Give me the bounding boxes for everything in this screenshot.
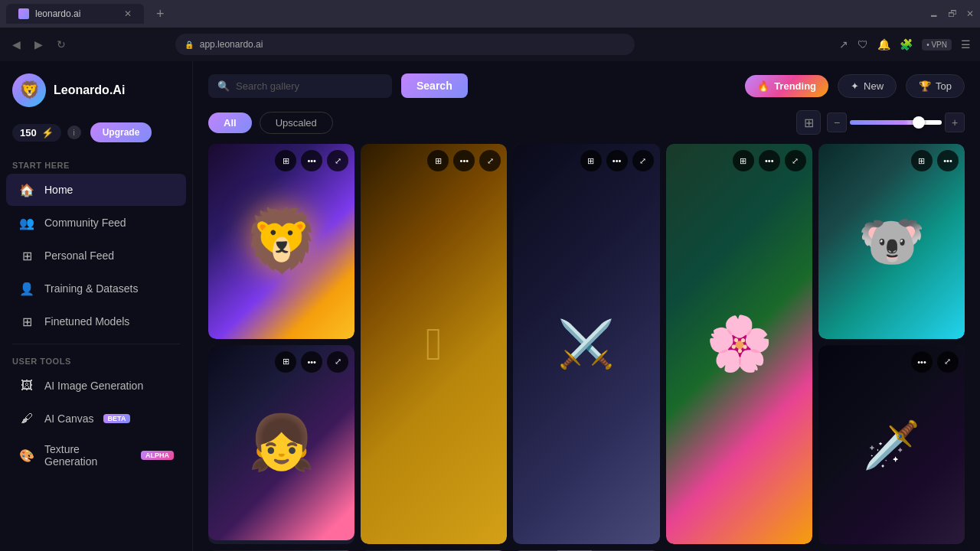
expand-btn-dark[interactable]: ⤢: [937, 351, 959, 373]
expand-btn-anime[interactable]: ⤢: [327, 351, 348, 373]
start-here-label: Start Here: [0, 155, 192, 173]
tab-title: leonardo.ai: [35, 8, 80, 19]
minimize-btn[interactable]: 🗕: [929, 8, 939, 19]
gallery-item-koala[interactable]: ⊞ •••: [818, 144, 965, 339]
more-btn-flowers[interactable]: •••: [759, 150, 780, 171]
view-grid-btn[interactable]: ⊞: [796, 110, 821, 135]
gallery-item-anime-girl[interactable]: ⊞ ••• ⤢: [208, 345, 354, 544]
credits-info-btn[interactable]: i: [67, 126, 81, 139]
expand-btn-warrior[interactable]: ⤢: [632, 150, 654, 171]
address-bar[interactable]: 🔒 app.leonardo.ai: [175, 34, 635, 55]
gallery-actions-flowers: ⊞ ••• ⤢: [733, 150, 806, 171]
sidebar-item-texture[interactable]: 🎨 Texture Generation ALPHA: [6, 435, 186, 475]
back-btn[interactable]: ◀: [9, 35, 24, 54]
gallery-actions-koala: ⊞ •••: [911, 150, 959, 171]
expand-btn-flowers[interactable]: ⤢: [785, 150, 806, 171]
window-controls: 🗕 🗗 ✕: [929, 8, 974, 19]
refresh-btn[interactable]: ↻: [54, 35, 69, 54]
search-bar[interactable]: 🔍 Search gallery: [208, 74, 392, 98]
logo-avatar: [12, 73, 46, 107]
remix-btn-egypt[interactable]: ⊞: [427, 150, 449, 171]
maximize-btn[interactable]: 🗗: [948, 8, 957, 19]
top-label: Top: [936, 80, 952, 92]
texture-icon: 🎨: [18, 447, 35, 464]
more-btn-anime[interactable]: •••: [301, 351, 322, 373]
more-btn-dark[interactable]: •••: [911, 351, 933, 373]
browser-chrome: leonardo.ai ✕ + 🗕 🗗 ✕ ◀ ▶ ↻ 🔒 app.leonar…: [0, 0, 980, 61]
texture-label: Texture Generation: [44, 443, 132, 468]
main-content: 🔍 Search gallery Search 🔥 Trending ✦ New…: [193, 61, 980, 551]
zoom-plus-btn[interactable]: +: [945, 112, 965, 132]
sidebar-item-ai-canvas[interactable]: 🖌 AI Canvas BETA: [6, 403, 186, 435]
gallery-item-flowers[interactable]: ⊞ ••• ⤢: [666, 144, 812, 544]
browser-right-controls: ↗ 🛡 🔔 🧩 • VPN ☰: [839, 38, 971, 51]
sidebar-item-training[interactable]: 👤 Training & Datasets: [6, 272, 186, 305]
ai-image-label: AI Image Generation: [44, 380, 143, 392]
trending-btn[interactable]: 🔥 Trending: [745, 75, 828, 97]
gallery-item-dark-warrior[interactable]: ••• ⤢: [818, 345, 965, 544]
close-btn[interactable]: ✕: [966, 8, 974, 19]
remix-btn-flowers[interactable]: ⊞: [733, 150, 754, 171]
remix-btn[interactable]: ⊞: [275, 150, 296, 171]
expand-btn[interactable]: ⤢: [327, 150, 348, 171]
gallery-image-koala: ⊞ •••: [818, 144, 965, 339]
sidebar-credits: 150 ⚡ i Upgrade: [0, 122, 192, 155]
trending-icon: 🔥: [757, 80, 769, 92]
zoom-thumb: [913, 116, 925, 129]
more-btn-egypt[interactable]: •••: [453, 150, 475, 171]
browser-titlebar: leonardo.ai ✕ + 🗕 🗗 ✕: [0, 0, 980, 28]
gallery-item-lion[interactable]: ⊞ ••• ⤢: [208, 144, 354, 339]
sidebar-item-ai-image[interactable]: 🖼 AI Image Generation: [6, 370, 186, 402]
search-btn[interactable]: Search: [401, 73, 468, 98]
browser-tab[interactable]: leonardo.ai ✕: [6, 4, 144, 24]
all-filter-btn[interactable]: All: [208, 112, 252, 133]
expand-btn-egypt[interactable]: ⤢: [479, 150, 501, 171]
logo-text: Leonardo.Ai: [54, 83, 125, 97]
app-container: Leonardo.Ai 150 ⚡ i Upgrade Start Here 🏠…: [0, 61, 980, 551]
new-tab-btn[interactable]: +: [150, 6, 171, 22]
remix-btn-koala[interactable]: ⊞: [911, 150, 933, 171]
sidebar-item-home[interactable]: 🏠 Home: [6, 174, 186, 206]
more-btn-koala[interactable]: •••: [937, 150, 959, 171]
gallery-item-egypt[interactable]: ⊞ ••• ⤢: [361, 144, 507, 544]
extensions-icon[interactable]: 🧩: [900, 38, 913, 51]
menu-icon[interactable]: ☰: [961, 38, 971, 51]
training-icon: 👤: [18, 280, 35, 297]
gallery-actions-warrior: ⊞ ••• ⤢: [580, 150, 654, 171]
forward-btn[interactable]: ▶: [31, 35, 46, 54]
upgrade-btn[interactable]: Upgrade: [90, 122, 152, 142]
zoom-minus-btn[interactable]: −: [827, 112, 847, 132]
remix-btn-warrior[interactable]: ⊞: [580, 150, 602, 171]
alpha-badge: ALPHA: [141, 451, 174, 460]
alert-icon[interactable]: 🔔: [877, 38, 890, 51]
finetuned-icon: ⊞: [18, 313, 35, 330]
gallery-actions-anime-girl: ⊞ ••• ⤢: [275, 351, 348, 373]
remix-btn-anime[interactable]: ⊞: [275, 351, 296, 373]
sidebar-item-personal-feed[interactable]: ⊞ Personal Feed: [6, 240, 186, 272]
more-btn[interactable]: •••: [301, 150, 322, 171]
home-icon: 🏠: [18, 181, 35, 198]
sidebar-item-community-feed[interactable]: 👥 Community Feed: [6, 207, 186, 239]
share-icon[interactable]: ↗: [839, 38, 848, 51]
zoom-slider[interactable]: [850, 120, 942, 125]
home-label: Home: [44, 184, 73, 196]
ai-canvas-icon: 🖌: [18, 410, 35, 427]
tab-close-btn[interactable]: ✕: [124, 8, 132, 19]
gallery-grid: ⊞ ••• ⤢ ⊞ ••• ⤢: [193, 144, 980, 551]
new-btn[interactable]: ✦ New: [838, 74, 897, 98]
top-btn[interactable]: 🏆 Top: [906, 74, 965, 98]
tab-favicon: [18, 8, 29, 19]
ai-canvas-label: AI Canvas: [44, 412, 94, 425]
sidebar-item-finetuned[interactable]: ⊞ Finetuned Models: [6, 305, 186, 337]
upscaled-filter-btn[interactable]: Upscaled: [260, 112, 333, 134]
gallery-image-egypt: ⊞ ••• ⤢: [361, 144, 507, 544]
gallery-item-warrior[interactable]: ⊞ ••• ⤢: [513, 144, 659, 544]
credits-amount: 150: [20, 127, 37, 139]
search-icon: 🔍: [217, 80, 230, 92]
credits-badge: 150 ⚡: [12, 124, 61, 142]
ai-image-icon: 🖼: [18, 377, 35, 394]
shield-icon[interactable]: 🛡: [858, 38, 868, 51]
gallery-image-dark-warrior: ••• ⤢: [818, 345, 965, 544]
finetuned-label: Finetuned Models: [44, 315, 129, 328]
more-btn-warrior[interactable]: •••: [606, 150, 628, 171]
